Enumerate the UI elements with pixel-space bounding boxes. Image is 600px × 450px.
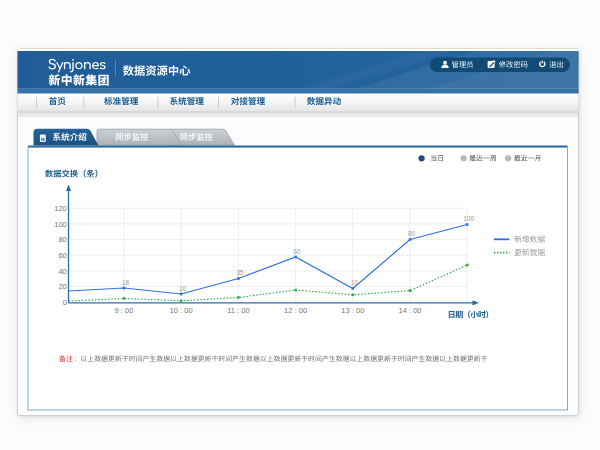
svg-text:80: 80 — [58, 235, 66, 244]
svg-text:13 : 00: 13 : 00 — [341, 306, 364, 315]
svg-text:35: 35 — [236, 269, 244, 276]
svg-text:60: 60 — [294, 248, 302, 255]
svg-text:100: 100 — [463, 215, 474, 222]
svg-text:100: 100 — [54, 220, 67, 229]
svg-text:12 : 00: 12 : 00 — [284, 306, 307, 315]
svg-text:80: 80 — [408, 230, 416, 237]
svg-text:10: 10 — [179, 285, 187, 292]
svg-text:10 : 00: 10 : 00 — [170, 306, 193, 315]
svg-text:11 : 00: 11 : 00 — [227, 306, 249, 315]
svg-text:9 : 00: 9 : 00 — [115, 306, 134, 315]
svg-text:14 : 00: 14 : 00 — [398, 306, 421, 315]
svg-text:18: 18 — [122, 279, 130, 286]
svg-text:120: 120 — [54, 204, 67, 213]
svg-text:0: 0 — [63, 298, 67, 307]
svg-text:20: 20 — [58, 282, 66, 291]
svg-text:60: 60 — [58, 251, 66, 260]
svg-text:10: 10 — [351, 279, 359, 286]
svg-text:40: 40 — [58, 267, 66, 276]
